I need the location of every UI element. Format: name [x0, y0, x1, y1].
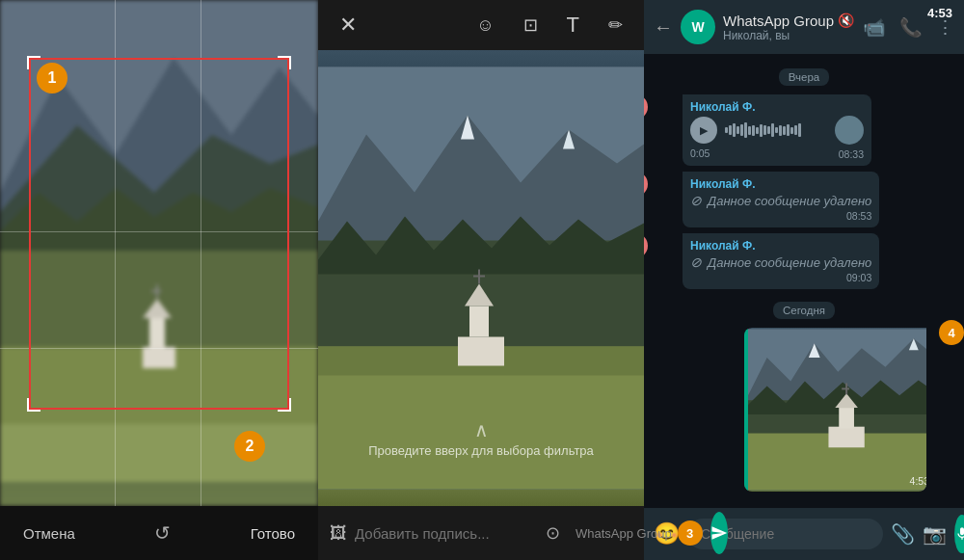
audio-message: Николай Ф. ▶ [683, 94, 871, 166]
svg-rect-7 [0, 424, 318, 482]
send-button[interactable] [710, 512, 728, 554]
audio-duration: 0:05 [690, 147, 710, 159]
filter-top-bar: ✕ ☺ ⊡ T ✏ [318, 0, 644, 50]
sender-avatar-3: НФ [644, 233, 648, 258]
chat-panel: 4:53 ← W WhatsApp Group 🔇 Николай, вы 📹 … [644, 0, 964, 560]
chat-body: Вчера НФ Николай Ф. ▶ [644, 54, 964, 508]
crop-handle-tl[interactable] [27, 56, 40, 69]
crop-bottom-bar: Отмена ↺ Готово [0, 506, 318, 560]
audio-waveform [725, 121, 827, 139]
rotate-icon[interactable]: ↺ [154, 521, 171, 545]
step-badge-3: 3 [678, 520, 703, 546]
camera-button[interactable]: 📷 [923, 522, 947, 546]
cancel-button[interactable]: Отмена [23, 525, 75, 542]
filter-bottom-bar: 🖼 ⊙ WhatsApp Group 3 [318, 506, 644, 560]
filter-preview: ∧ Проведите вверх для выбора фильтра [318, 50, 644, 506]
deleted-content-2: ⊘ Данное сообщение удалено [690, 254, 871, 270]
caption-icon: 🖼 [330, 523, 347, 544]
ready-button[interactable]: Готово [251, 525, 295, 542]
draw-icon[interactable]: ✏ [602, 9, 629, 41]
group-label: WhatsApp Group [576, 526, 672, 541]
sender-name: Николай Ф. [690, 100, 864, 114]
sender-avatar-2: НФ [644, 172, 648, 197]
deleted-sender-1: Николай Ф. [690, 177, 871, 191]
crop-image-area: 1 2 [0, 0, 318, 506]
crop-icon[interactable]: ⊡ [518, 9, 544, 41]
image-content: ↪ [744, 328, 926, 492]
crop-panel: 1 2 Отмена ↺ Готово [0, 0, 318, 560]
message-row-image: 4 ↪ [744, 328, 956, 492]
crop-frame [29, 58, 289, 410]
filter-panel: ✕ ☺ ⊡ T ✏ [318, 0, 644, 560]
text-icon[interactable]: T [561, 7, 585, 43]
deleted-message-1: Николай Ф. ⊘ Данное сообщение удалено 08… [683, 172, 879, 227]
play-button[interactable]: ▶ [690, 117, 717, 144]
step-badge-4: 4 [939, 320, 964, 345]
deleted-message-2: Николай Ф. ⊘ Данное сообщение удалено 09… [683, 233, 879, 289]
message-row-deleted-2: НФ Николай Ф. ⊘ Данное сообщение удалено… [652, 233, 956, 291]
close-icon[interactable]: ✕ [334, 7, 362, 43]
mic-button[interactable] [954, 515, 964, 553]
svg-rect-37 [828, 427, 864, 448]
message-row-deleted-1: НФ Николай Ф. ⊘ Данное сообщение удалено… [652, 172, 956, 229]
step-badge-1: 1 [37, 63, 67, 93]
attach-button[interactable]: 📎 [891, 522, 915, 546]
svg-rect-38 [839, 408, 854, 429]
back-button[interactable]: ← [654, 16, 673, 39]
audio-message-time: 08:33 [839, 148, 864, 160]
deleted-message-1-time: 08:53 [690, 210, 871, 222]
message-row-audio: НФ Николай Ф. ▶ [652, 94, 956, 168]
caption-input[interactable] [355, 525, 538, 542]
group-avatar: W [681, 10, 715, 44]
deleted-content-1: ⊘ Данное сообщение удалено [690, 193, 871, 208]
sender-avatar: НФ [644, 94, 648, 120]
svg-rect-24 [469, 307, 489, 337]
video-call-icon[interactable]: 📹 [863, 16, 886, 39]
date-divider-yesterday: Вчера [652, 67, 956, 85]
sticker-icon[interactable]: ☺ [470, 10, 499, 41]
crop-handle-tr[interactable] [278, 56, 291, 69]
svg-rect-41 [842, 387, 849, 389]
chat-members: Николай, вы [723, 29, 855, 42]
svg-rect-23 [458, 337, 504, 366]
chat-name: WhatsApp Group 🔇 [723, 13, 855, 29]
audio-sender-avatar [835, 116, 864, 145]
svg-rect-27 [473, 276, 485, 278]
muted-icon: 🔇 [838, 13, 854, 28]
chat-header-info: WhatsApp Group 🔇 Николай, вы [723, 13, 855, 42]
deleted-sender-2: Николай Ф. [690, 239, 871, 253]
status-bar-time: 4:53 [927, 6, 952, 20]
crop-handle-bl[interactable] [27, 398, 40, 412]
deleted-message-2-time: 09:03 [690, 272, 871, 283]
deleted-icon-1: ⊘ [690, 193, 702, 208]
image-message: ↪ [744, 328, 926, 492]
audio-content: ▶ [690, 116, 864, 145]
swipe-up-icon: ∧ [318, 418, 644, 441]
deleted-icon-2: ⊘ [690, 254, 702, 270]
quality-icon[interactable]: ⊙ [546, 522, 560, 544]
image-message-time: 4:53 ✓✓ [910, 474, 927, 487]
filter-hint-text: Проведите вверх для выбора фильтра [318, 443, 644, 458]
step-badge-2: 2 [234, 431, 265, 462]
date-divider-today: Сегодня [652, 301, 956, 318]
crop-handle-br[interactable] [278, 398, 291, 412]
voice-call-icon[interactable]: 📞 [899, 16, 923, 39]
chat-header: ← W WhatsApp Group 🔇 Николай, вы 📹 📞 ⋮ [644, 0, 964, 54]
